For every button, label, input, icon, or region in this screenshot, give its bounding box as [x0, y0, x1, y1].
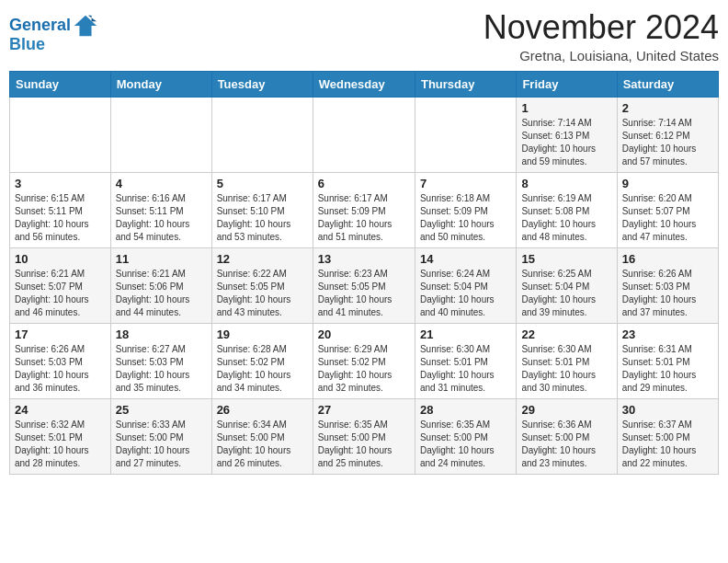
calendar-cell: 15Sunrise: 6:25 AM Sunset: 5:04 PM Dayli… — [517, 247, 617, 323]
day-number: 12 — [217, 252, 308, 266]
day-number: 7 — [420, 177, 511, 190]
day-info: Sunrise: 6:34 AM Sunset: 5:00 PM Dayligh… — [217, 419, 308, 470]
day-number: 14 — [420, 252, 511, 266]
day-info: Sunrise: 6:29 AM Sunset: 5:02 PM Dayligh… — [318, 343, 410, 395]
day-info: Sunrise: 6:20 AM Sunset: 5:07 PM Dayligh… — [622, 192, 713, 244]
calendar-cell: 6Sunrise: 6:17 AM Sunset: 5:09 PM Daylig… — [313, 172, 415, 247]
calendar-cell: 22Sunrise: 6:30 AM Sunset: 5:01 PM Dayli… — [517, 323, 617, 398]
day-info: Sunrise: 6:27 AM Sunset: 5:03 PM Dayligh… — [116, 343, 207, 395]
day-number: 17 — [15, 327, 106, 341]
day-info: Sunrise: 6:22 AM Sunset: 5:05 PM Dayligh… — [217, 268, 308, 319]
day-number: 28 — [420, 403, 511, 417]
day-info: Sunrise: 6:15 AM Sunset: 5:11 PM Dayligh… — [15, 192, 106, 244]
calendar-cell: 21Sunrise: 6:30 AM Sunset: 5:01 PM Dayli… — [415, 323, 516, 398]
day-info: Sunrise: 6:32 AM Sunset: 5:01 PM Dayligh… — [15, 419, 106, 470]
day-number: 19 — [217, 327, 308, 341]
calendar-table: SundayMondayTuesdayWednesdayThursdayFrid… — [9, 71, 719, 475]
day-number: 20 — [318, 327, 410, 341]
day-number: 8 — [521, 177, 611, 190]
day-number: 18 — [116, 327, 207, 341]
title-area: November 2024 Gretna, Louisiana, United … — [483, 9, 719, 63]
day-info: Sunrise: 6:21 AM Sunset: 5:07 PM Dayligh… — [15, 268, 106, 319]
calendar-cell: 16Sunrise: 6:26 AM Sunset: 5:03 PM Dayli… — [617, 247, 718, 323]
logo-icon — [73, 13, 98, 39]
calendar-cell — [313, 97, 415, 172]
calendar-cell: 11Sunrise: 6:21 AM Sunset: 5:06 PM Dayli… — [110, 247, 211, 323]
day-info: Sunrise: 6:37 AM Sunset: 5:00 PM Dayligh… — [622, 419, 713, 470]
calendar-cell: 10Sunrise: 6:21 AM Sunset: 5:07 PM Dayli… — [10, 247, 111, 323]
day-info: Sunrise: 6:31 AM Sunset: 5:01 PM Dayligh… — [622, 343, 713, 395]
calendar-cell: 7Sunrise: 6:18 AM Sunset: 5:09 PM Daylig… — [415, 172, 516, 247]
day-number: 30 — [622, 403, 713, 417]
weekday-header-friday: Friday — [517, 71, 617, 97]
page-header: General Blue November 2024 Gretna, Louis… — [9, 9, 719, 63]
week-row-5: 24Sunrise: 6:32 AM Sunset: 5:01 PM Dayli… — [10, 398, 719, 474]
day-info: Sunrise: 6:30 AM Sunset: 5:01 PM Dayligh… — [420, 343, 511, 395]
day-info: Sunrise: 6:17 AM Sunset: 5:09 PM Dayligh… — [318, 192, 410, 244]
calendar-cell: 12Sunrise: 6:22 AM Sunset: 5:05 PM Dayli… — [211, 247, 313, 323]
calendar-cell — [211, 97, 313, 172]
day-info: Sunrise: 6:36 AM Sunset: 5:00 PM Dayligh… — [521, 419, 611, 470]
calendar-cell: 29Sunrise: 6:36 AM Sunset: 5:00 PM Dayli… — [517, 398, 617, 474]
calendar-cell: 1Sunrise: 7:14 AM Sunset: 6:13 PM Daylig… — [517, 97, 617, 172]
logo: General Blue — [9, 13, 98, 54]
weekday-header-row: SundayMondayTuesdayWednesdayThursdayFrid… — [10, 71, 719, 97]
calendar-cell: 3Sunrise: 6:15 AM Sunset: 5:11 PM Daylig… — [10, 172, 111, 247]
day-info: Sunrise: 6:16 AM Sunset: 5:11 PM Dayligh… — [116, 192, 207, 244]
day-number: 1 — [521, 101, 611, 115]
day-info: Sunrise: 6:23 AM Sunset: 5:05 PM Dayligh… — [318, 268, 410, 319]
day-number: 24 — [15, 403, 106, 417]
calendar-cell: 9Sunrise: 6:20 AM Sunset: 5:07 PM Daylig… — [617, 172, 718, 247]
day-info: Sunrise: 6:26 AM Sunset: 5:03 PM Dayligh… — [15, 343, 106, 395]
week-row-3: 10Sunrise: 6:21 AM Sunset: 5:07 PM Dayli… — [10, 247, 719, 323]
weekday-header-tuesday: Tuesday — [211, 71, 313, 97]
day-number: 11 — [116, 252, 207, 266]
day-info: Sunrise: 6:33 AM Sunset: 5:00 PM Dayligh… — [116, 419, 207, 470]
calendar-cell: 17Sunrise: 6:26 AM Sunset: 5:03 PM Dayli… — [10, 323, 111, 398]
calendar-cell: 25Sunrise: 6:33 AM Sunset: 5:00 PM Dayli… — [110, 398, 211, 474]
day-number: 9 — [622, 177, 713, 190]
day-info: Sunrise: 6:17 AM Sunset: 5:10 PM Dayligh… — [217, 192, 308, 244]
day-number: 21 — [420, 327, 511, 341]
day-number: 22 — [521, 327, 611, 341]
location-text: Gretna, Louisiana, United States — [483, 48, 719, 63]
calendar-cell — [415, 97, 516, 172]
day-number: 2 — [622, 101, 713, 115]
calendar-cell: 28Sunrise: 6:35 AM Sunset: 5:00 PM Dayli… — [415, 398, 516, 474]
weekday-header-monday: Monday — [110, 71, 211, 97]
weekday-header-sunday: Sunday — [10, 71, 111, 97]
day-info: Sunrise: 6:21 AM Sunset: 5:06 PM Dayligh… — [116, 268, 207, 319]
day-number: 3 — [15, 177, 106, 190]
day-number: 4 — [116, 177, 207, 190]
day-number: 27 — [318, 403, 410, 417]
weekday-header-saturday: Saturday — [617, 71, 718, 97]
week-row-2: 3Sunrise: 6:15 AM Sunset: 5:11 PM Daylig… — [10, 172, 719, 247]
day-info: Sunrise: 6:19 AM Sunset: 5:08 PM Dayligh… — [521, 192, 611, 244]
weekday-header-thursday: Thursday — [415, 71, 516, 97]
day-info: Sunrise: 6:24 AM Sunset: 5:04 PM Dayligh… — [420, 268, 511, 319]
calendar-cell: 4Sunrise: 6:16 AM Sunset: 5:11 PM Daylig… — [110, 172, 211, 247]
day-number: 5 — [217, 177, 308, 190]
weekday-header-wednesday: Wednesday — [313, 71, 415, 97]
calendar-cell: 23Sunrise: 6:31 AM Sunset: 5:01 PM Dayli… — [617, 323, 718, 398]
day-info: Sunrise: 6:25 AM Sunset: 5:04 PM Dayligh… — [521, 268, 611, 319]
day-number: 15 — [521, 252, 611, 266]
day-number: 29 — [521, 403, 611, 417]
day-info: Sunrise: 7:14 AM Sunset: 6:12 PM Dayligh… — [622, 117, 713, 168]
calendar-cell — [110, 97, 211, 172]
calendar-cell: 19Sunrise: 6:28 AM Sunset: 5:02 PM Dayli… — [211, 323, 313, 398]
day-info: Sunrise: 7:14 AM Sunset: 6:13 PM Dayligh… — [521, 117, 611, 168]
day-number: 26 — [217, 403, 308, 417]
day-info: Sunrise: 6:35 AM Sunset: 5:00 PM Dayligh… — [318, 419, 410, 470]
month-title: November 2024 — [483, 9, 719, 46]
svg-marker-0 — [74, 16, 97, 36]
day-number: 25 — [116, 403, 207, 417]
calendar-cell: 27Sunrise: 6:35 AM Sunset: 5:00 PM Dayli… — [313, 398, 415, 474]
day-number: 13 — [318, 252, 410, 266]
calendar-cell: 18Sunrise: 6:27 AM Sunset: 5:03 PM Dayli… — [110, 323, 211, 398]
day-number: 16 — [622, 252, 713, 266]
day-info: Sunrise: 6:28 AM Sunset: 5:02 PM Dayligh… — [217, 343, 308, 395]
calendar-cell — [10, 97, 111, 172]
calendar-cell: 8Sunrise: 6:19 AM Sunset: 5:08 PM Daylig… — [517, 172, 617, 247]
week-row-4: 17Sunrise: 6:26 AM Sunset: 5:03 PM Dayli… — [10, 323, 719, 398]
